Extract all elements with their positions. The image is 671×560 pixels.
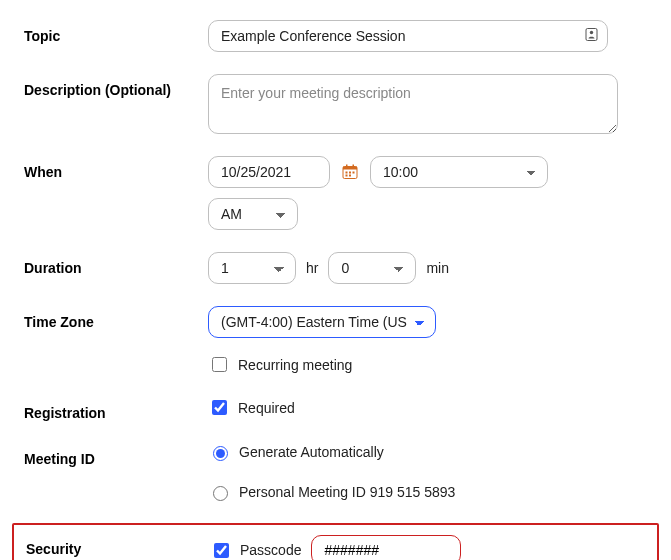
svg-rect-5 xyxy=(353,165,355,168)
svg-point-1 xyxy=(590,31,593,34)
timezone-select[interactable]: (GMT-4:00) Eastern Time (US a xyxy=(208,306,436,338)
duration-label: Duration xyxy=(24,252,208,276)
passcode-input[interactable] xyxy=(311,535,461,560)
registration-required-label: Required xyxy=(238,400,295,416)
when-ampm-select[interactable]: AM xyxy=(208,198,298,230)
passcode-label: Passcode xyxy=(240,542,301,558)
meeting-id-generate-radio[interactable] xyxy=(213,446,228,461)
security-label: Security xyxy=(26,535,210,560)
svg-rect-3 xyxy=(343,167,357,170)
description-textarea[interactable] xyxy=(208,74,618,134)
recurring-meeting-label: Recurring meeting xyxy=(238,357,352,373)
contact-card-icon xyxy=(585,28,598,45)
topic-label: Topic xyxy=(24,20,208,44)
topic-input[interactable] xyxy=(208,20,608,52)
meeting-id-generate-radio-wrap[interactable]: Generate Automatically xyxy=(208,443,384,461)
when-date-input[interactable] xyxy=(208,156,330,188)
svg-rect-0 xyxy=(586,29,597,41)
duration-hours-select[interactable]: 1 xyxy=(208,252,296,284)
meeting-id-generate-label: Generate Automatically xyxy=(239,444,384,460)
registration-required-checkbox[interactable] xyxy=(212,400,227,415)
registration-required-checkbox-wrap[interactable]: Required xyxy=(208,397,295,418)
meeting-id-label: Meeting ID xyxy=(24,443,208,467)
timezone-label: Time Zone xyxy=(24,306,208,330)
recurring-meeting-checkbox-wrap[interactable]: Recurring meeting xyxy=(208,354,352,375)
description-label: Description (Optional) xyxy=(24,74,208,98)
meeting-id-personal-radio[interactable] xyxy=(213,486,228,501)
svg-rect-4 xyxy=(346,165,348,168)
svg-rect-8 xyxy=(353,172,355,174)
when-label: When xyxy=(24,156,208,180)
hours-unit: hr xyxy=(306,260,318,276)
when-time-select[interactable]: 10:00 xyxy=(370,156,548,188)
svg-rect-10 xyxy=(349,175,351,177)
svg-rect-6 xyxy=(346,172,348,174)
passcode-checkbox[interactable] xyxy=(214,543,229,558)
registration-label: Registration xyxy=(24,397,208,421)
duration-minutes-select[interactable]: 0 xyxy=(328,252,416,284)
recurring-meeting-checkbox[interactable] xyxy=(212,357,227,372)
svg-rect-7 xyxy=(349,172,351,174)
calendar-icon[interactable] xyxy=(340,164,360,180)
passcode-checkbox-wrap[interactable]: Passcode xyxy=(210,540,301,561)
security-highlight-box: Security Passcode Only users who have th… xyxy=(12,523,659,560)
meeting-id-personal-radio-wrap[interactable]: Personal Meeting ID 919 515 5893 xyxy=(208,483,455,501)
svg-rect-9 xyxy=(346,175,348,177)
minutes-unit: min xyxy=(426,260,449,276)
meeting-id-personal-label: Personal Meeting ID 919 515 5893 xyxy=(239,484,455,500)
